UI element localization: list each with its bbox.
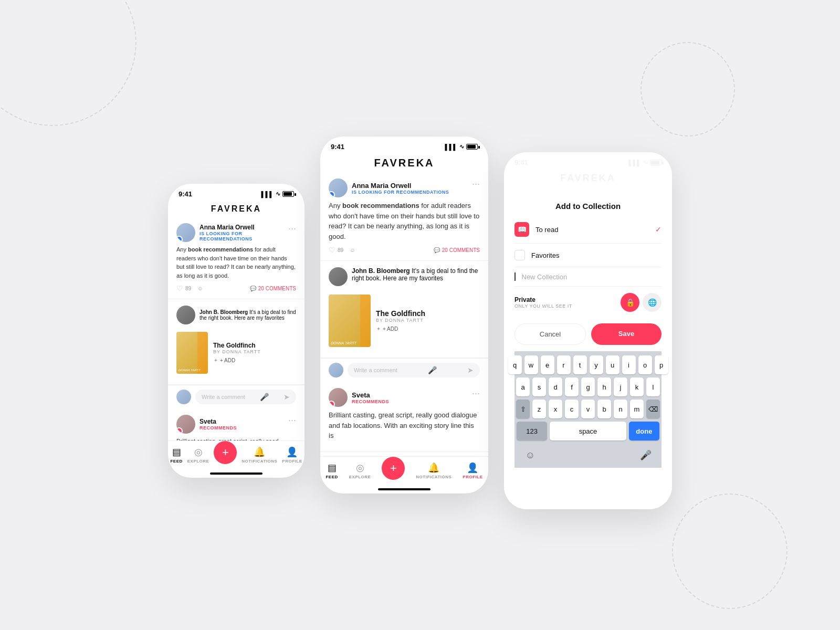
key-c[interactable]: c [565,400,579,418]
save-button[interactable]: Save [591,323,662,345]
key-k[interactable]: k [630,377,644,396]
collection-item-favorites[interactable]: Favorites [514,244,662,267]
nav-profile[interactable]: 👤 PROFILE [282,446,302,464]
mic-icon-mid[interactable]: 🎤 [428,366,437,374]
keyboard-mic-key[interactable]: 🎤 [636,446,655,465]
collection-item-toread[interactable]: 📖 To read ✓ [514,216,662,244]
key-v[interactable]: v [581,400,595,418]
comments-button[interactable]: 💬 20 COMMENTS [250,286,296,291]
nav-feed[interactable]: ▤ FEED [170,446,182,464]
user-badge-blue [329,191,335,197]
more-dots-sveta-mid[interactable]: ··· [472,388,480,399]
bg-decoration [640,42,735,136]
scroll-content-middle: Anna Maria Orwell IS LOOKING FOR RECOMME… [320,172,488,456]
numbers-key[interactable]: 123 [517,422,547,440]
key-y[interactable]: y [590,355,603,374]
toggle-group: 🔒 🌐 [621,293,662,312]
key-l[interactable]: l [646,377,660,396]
wifi-icon: ∿ [459,143,464,150]
key-s[interactable]: s [532,377,546,396]
user-name-anna: Anna Maria Orwell [200,224,288,231]
add-book-button[interactable]: ＋ + ADD [213,356,296,364]
collection-name-toread: To read [536,226,649,234]
bloomberg-row: John B. Bloomberg It's a big deal to fin… [329,267,480,286]
send-icon-mid[interactable]: ➤ [467,366,474,374]
nav-notifications[interactable]: 🔔 NOTIFICATIONS [242,446,277,464]
post-user-anna: Anna Maria Orwell IS LOOKING FOR RECOMME… [329,178,449,197]
add-to-collection-modal: Add to Collection 📖 To read ✓ Favorites … [504,152,672,509]
keyboard-row-3: ⇧ z x c v b n m ⌫ [517,400,659,418]
mic-icon[interactable]: 🎤 [260,393,269,401]
heart-icon: ♡ [329,246,335,254]
book-info-mid: The Goldfinch BY DONNA TARTT ＋ + ADD [376,309,480,332]
key-p[interactable]: p [655,355,668,374]
lock-toggle-inactive[interactable]: 🌐 [643,293,662,312]
keyboard-row-2: a s d f g h j k l [517,377,659,396]
key-d[interactable]: d [549,377,562,396]
user-badge-blue [176,236,183,242]
react-button[interactable]: ☺ [197,286,203,291]
comment-count: 20 COMMENTS [442,247,480,253]
cancel-button[interactable]: Cancel [514,323,586,345]
avatar-anna-left [176,223,195,242]
user-status-anna: IS LOOKING FOR RECOMMENDATIONS [200,231,288,242]
book-cover-label: DONNA TARTT [178,369,201,372]
shift-key[interactable]: ⇧ [516,400,530,418]
collection-checkbox-favorites[interactable] [514,250,525,260]
new-collection-input[interactable]: New Collection [514,267,662,287]
key-z[interactable]: z [532,400,546,418]
key-t[interactable]: t [573,355,587,374]
emoji-key[interactable]: ☺ [521,446,540,465]
react-button-mid[interactable]: ☺ [350,247,355,253]
comment-placeholder-mid: Write a comment [354,367,397,373]
signal-icon: ▌▌▌ [261,191,274,197]
profile-label-mid: PROFILE [463,475,482,479]
comments-button-mid[interactable]: 💬 20 COMMENTS [434,247,480,253]
key-e[interactable]: e [541,355,554,374]
like-button-mid[interactable]: ♡ 89 [329,246,343,254]
like-button[interactable]: ♡ 89 [176,284,191,292]
status-icons: ▌▌▌ ∿ [445,143,478,150]
key-h[interactable]: h [597,377,611,396]
book-author: BY DONNA TARTT [213,349,296,354]
nav-profile-mid[interactable]: 👤 PROFILE [463,462,482,479]
like-count: 89 [185,286,191,291]
key-x[interactable]: x [549,400,562,418]
send-icon[interactable]: ➤ [284,393,290,401]
status-time: 9:41 [331,143,344,151]
more-dots-mid[interactable]: ··· [472,178,480,190]
comment-field-mid[interactable]: Write a comment 🎤 ➤ [348,363,480,377]
lock-toggle-active[interactable]: 🔒 [621,293,639,312]
modal-title: Add to Collection [514,194,662,216]
explore-icon-mid: ◎ [356,462,364,474]
add-book-button-mid[interactable]: ＋ + ADD [376,325,480,332]
add-post-button-mid[interactable]: + [382,457,405,480]
key-i[interactable]: i [622,355,636,374]
nav-notifications-mid[interactable]: 🔔 NOTIFICATIONS [416,462,452,479]
more-dots-sveta[interactable]: ··· [288,415,296,426]
delete-key[interactable]: ⌫ [646,400,660,418]
more-dots[interactable]: ··· [288,223,296,234]
add-post-button[interactable]: + [214,441,237,464]
nav-explore[interactable]: ◎ EXPLORE [187,446,209,464]
key-m[interactable]: m [630,400,644,418]
key-a[interactable]: a [516,377,530,396]
key-n[interactable]: n [614,400,627,418]
key-u[interactable]: u [606,355,620,374]
key-w[interactable]: w [524,355,538,374]
profile-label: PROFILE [282,459,302,464]
key-o[interactable]: o [638,355,652,374]
key-j[interactable]: j [614,377,627,396]
nav-feed-mid[interactable]: ▤ FEED [326,462,338,479]
space-key[interactable]: space [550,422,626,440]
key-g[interactable]: g [581,377,595,396]
bloomberg-header: John B. Bloomberg It's a big deal to fin… [176,306,296,324]
key-f[interactable]: f [565,377,579,396]
key-r[interactable]: r [557,355,571,374]
key-q[interactable]: q [508,355,522,374]
done-key[interactable]: done [629,422,659,440]
feed-label-mid: FEED [326,475,338,479]
nav-explore-mid[interactable]: ◎ EXPLORE [349,462,371,479]
key-b[interactable]: b [597,400,611,418]
comment-input-field[interactable]: Write a comment 🎤 ➤ [195,390,296,404]
